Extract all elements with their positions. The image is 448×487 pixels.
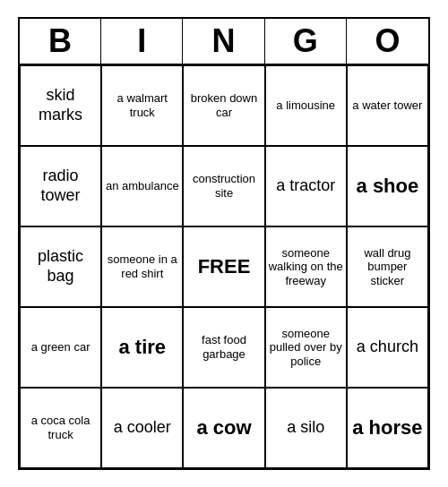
bingo-cell: plastic bag (20, 226, 101, 307)
bingo-cell: fast food garbage (183, 307, 264, 388)
bingo-cell: wall drug bumper sticker (347, 226, 428, 307)
bingo-cell: someone walking on the freeway (265, 226, 347, 307)
bingo-cell: a coca cola truck (20, 388, 101, 468)
bingo-cell: a water tower (347, 65, 428, 146)
header-letter: G (265, 19, 347, 64)
bingo-cell: radio tower (20, 146, 101, 226)
bingo-cell: someone pulled over by police (265, 307, 347, 388)
bingo-cell: FREE (183, 226, 264, 307)
bingo-cell: a walmart truck (101, 65, 183, 146)
bingo-cell: broken down car (183, 65, 264, 146)
bingo-cell: a tractor (265, 146, 347, 226)
bingo-cell: someone in a red shirt (101, 226, 183, 307)
bingo-cell: skid marks (20, 65, 101, 146)
header-letter: B (20, 19, 101, 64)
header-letter: I (101, 19, 183, 64)
bingo-cell: a horse (347, 388, 428, 468)
header-letter: O (347, 19, 428, 64)
bingo-card: BINGO skid marksa walmart truckbroken do… (18, 17, 430, 470)
header-letter: N (183, 19, 264, 64)
bingo-cell: an ambulance (101, 146, 183, 226)
bingo-cell: construction site (183, 146, 264, 226)
bingo-cell: a silo (265, 388, 347, 468)
bingo-cell: a shoe (347, 146, 428, 226)
bingo-cell: a church (347, 307, 428, 388)
bingo-cell: a limousine (265, 65, 347, 146)
bingo-cell: a tire (101, 307, 183, 388)
bingo-cell: a cooler (101, 388, 183, 468)
bingo-cell: a green car (20, 307, 101, 388)
bingo-grid: skid marksa walmart truckbroken down car… (20, 65, 428, 468)
bingo-cell: a cow (183, 388, 264, 468)
bingo-header: BINGO (20, 19, 428, 65)
